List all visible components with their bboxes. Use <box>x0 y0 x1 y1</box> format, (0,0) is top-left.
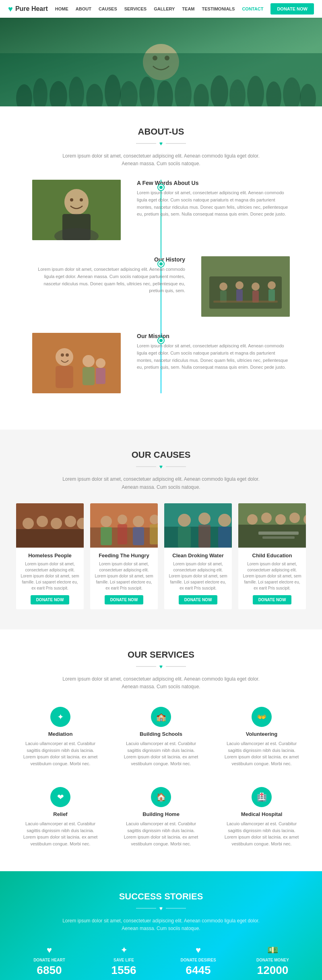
nav-links: Home About Causes Services Gallery Team … <box>55 6 264 11</box>
svg-point-56 <box>118 515 127 524</box>
service-text-6: Lacuio ullamcorper at est. Curabitur sag… <box>221 820 302 847</box>
cause-donate-button-2[interactable]: DONATE NOW <box>105 595 144 604</box>
cause-title-3: Clean Droking Water <box>168 552 228 559</box>
svg-rect-70 <box>198 525 211 548</box>
svg-point-57 <box>133 516 144 527</box>
svg-rect-80 <box>262 536 295 539</box>
stat-number-2: 1556 <box>91 964 157 977</box>
timeline-dot-1 <box>157 184 165 191</box>
cause-text-2: Lorem ipsum dolor sit amet, consectetuer… <box>94 561 154 591</box>
cause-text-4: Lorem ipsum dolor sit amet, consectetuer… <box>242 561 302 591</box>
svg-point-75 <box>275 514 286 525</box>
svg-point-19 <box>153 56 157 60</box>
service-item-6: 🏥 Medical Hospital Lacuio ullamcorper at… <box>217 783 306 851</box>
nav-contact[interactable]: Contact <box>242 6 263 11</box>
svg-point-12 <box>211 75 228 106</box>
service-item-2: 🏫 Building Schools Lacuio ullamcorper at… <box>117 703 205 771</box>
svg-point-29 <box>219 282 227 291</box>
timeline-text-2: Lorem ipsum dolor sit amet, consectetuer… <box>32 266 185 294</box>
medical-hospital-icon: 🏥 <box>257 792 267 802</box>
service-text-2: Lacuio ullamcorper at est. Curabitur sag… <box>121 740 201 767</box>
nav-causes[interactable]: Causes <box>99 6 117 11</box>
timeline-image-1 <box>32 180 121 240</box>
service-title-3: Volunteering <box>221 731 302 737</box>
svg-rect-42 <box>83 367 95 385</box>
cause-body-1: Homeless People Lorem ipsum dolor sit am… <box>16 548 84 609</box>
cause-card-4: Child Education Lorem ipsum dolor sit am… <box>238 503 306 609</box>
nav-testimonials[interactable]: Testimonials <box>202 6 235 11</box>
nav-services[interactable]: Services <box>124 6 147 11</box>
success-divider-heart: ♥ <box>159 905 163 911</box>
svg-point-66 <box>198 513 211 525</box>
svg-point-46 <box>66 353 69 357</box>
nav-home[interactable]: Home <box>55 6 68 11</box>
person-photo-1 <box>32 180 121 240</box>
nav-team[interactable]: Team <box>182 6 194 11</box>
success-title: SUCCESS STORIES <box>16 891 306 902</box>
cause-image-4 <box>238 503 306 548</box>
service-item-5: 🏠 Building Home Lacuio ullamcorper at es… <box>117 783 205 851</box>
svg-point-39 <box>56 348 73 366</box>
stat-label-3: DONATE DESIRES <box>165 958 231 962</box>
divider-line-left <box>136 143 156 144</box>
svg-point-14 <box>247 76 264 106</box>
about-subtitle: Lorem ipsum dolor sit amet, consectetuer… <box>60 152 262 168</box>
mediation-icon: ✦ <box>57 712 64 722</box>
causes-divider: ♥ <box>16 463 306 470</box>
stat-icon-3: ♥ <box>165 945 231 955</box>
divider-line-right <box>166 143 186 144</box>
svg-rect-32 <box>236 289 243 301</box>
service-text-3: Lacuio ullamcorper at est. Curabitur sag… <box>221 740 302 767</box>
cause-donate-button-1[interactable]: DONATE NOW <box>31 595 70 604</box>
services-subtitle: Lorem ipsum dolor sit amet, consectetuer… <box>60 675 262 691</box>
service-text-1: Lacuio ullamcorper at est. Curabitur sag… <box>20 740 101 767</box>
cause-title-4: Child Education <box>242 552 302 559</box>
svg-point-67 <box>218 514 231 527</box>
donate-nav-button[interactable]: DONATE NOW <box>270 3 314 15</box>
svg-rect-79 <box>258 532 299 535</box>
logo[interactable]: ♥ Pure Heart <box>8 4 48 14</box>
cause-text-1: Lorem ipsum dolor sit amet, consectetuer… <box>20 561 80 591</box>
timeline-text-3: Lorem ipsum dolor sit amet, consectetuer… <box>137 343 290 371</box>
svg-rect-78 <box>238 525 306 548</box>
cause-photo-2 <box>90 503 158 548</box>
svg-point-26 <box>80 198 83 201</box>
brand-name: Pure Heart <box>15 5 48 12</box>
cause-body-3: Clean Droking Water Lorem ipsum dolor si… <box>164 548 232 609</box>
cause-photo-3 <box>164 503 232 548</box>
service-item-1: ✦ Mediation Lacuio ullamcorper at est. C… <box>16 703 105 771</box>
service-title-6: Medical Hospital <box>221 811 302 817</box>
nav-gallery[interactable]: Gallery <box>154 6 175 11</box>
cause-donate-button-3[interactable]: DONATE NOW <box>179 595 218 604</box>
causes-divider-line-right <box>166 466 186 467</box>
svg-point-15 <box>266 81 281 106</box>
nav-about[interactable]: About <box>76 6 91 11</box>
cause-photo-1 <box>16 503 84 548</box>
timeline-content-2: Our History Lorem ipsum dolor sit amet, … <box>32 256 201 294</box>
services-divider-heart: ♥ <box>159 663 163 670</box>
about-title: ABOUT-US <box>24 127 298 137</box>
timeline-dot-inner-1 <box>159 186 163 189</box>
hero-section <box>0 18 322 106</box>
school-photo <box>201 256 290 317</box>
services-divider-line-right <box>166 666 186 667</box>
services-divider-line-left <box>136 666 156 667</box>
svg-point-35 <box>268 281 276 289</box>
causes-subtitle: Lorem ipsum dolor sit amet, consectetuer… <box>60 475 262 491</box>
svg-point-74 <box>261 513 272 523</box>
stat-item-3: ♥ DONATE DESIRES 6445 <box>165 945 231 977</box>
svg-point-18 <box>143 44 179 80</box>
stat-label-1: DONATE HEART <box>16 958 83 962</box>
causes-title: OUR CAUSES <box>16 450 306 460</box>
svg-point-13 <box>229 79 246 106</box>
svg-point-10 <box>175 77 192 106</box>
svg-point-55 <box>101 516 112 527</box>
about-timeline: A Few Words About Us Lorem ipsum dolor s… <box>24 180 298 393</box>
cause-photo-4 <box>238 503 306 548</box>
svg-point-76 <box>289 513 300 523</box>
service-icon-6: 🏥 <box>252 787 272 807</box>
cause-donate-button-4[interactable]: DONATE NOW <box>253 595 292 604</box>
stat-label-4: DONATE MONEY <box>239 958 306 962</box>
svg-point-4 <box>69 77 84 106</box>
svg-point-31 <box>235 281 244 289</box>
